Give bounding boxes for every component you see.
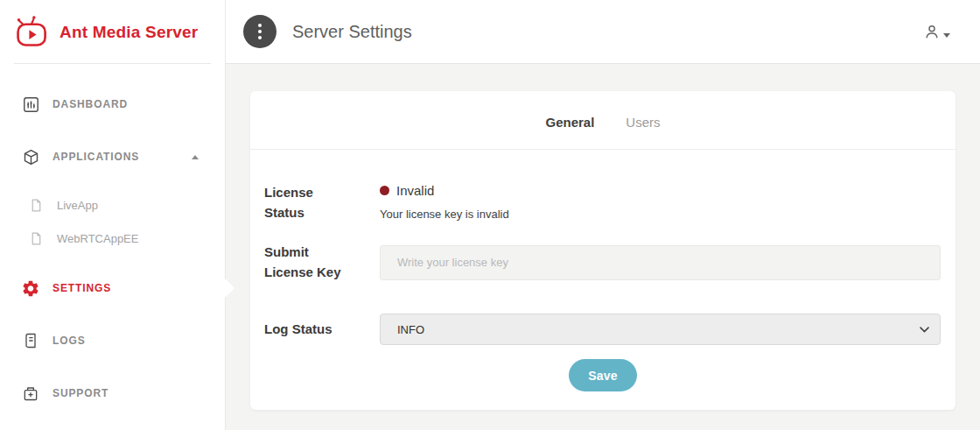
chevron-down-icon	[943, 33, 950, 38]
sidebar-item-label: LiveApp	[57, 199, 98, 212]
top-header: Server Settings	[226, 0, 980, 64]
gear-icon	[21, 278, 40, 299]
sidebar-nav: DASHBOARD APPLICATIONS Liv	[0, 64, 225, 412]
license-status-row: License Status Invalid Your license key …	[250, 183, 956, 222]
sidebar-item-logs[interactable]: LOGS	[0, 321, 225, 360]
settings-tabs: General Users	[250, 91, 956, 150]
user-menu-button[interactable]	[923, 23, 950, 40]
sidebar-item-webrtcappee[interactable]: WebRTCAppEE	[0, 222, 225, 255]
sidebar-item-support[interactable]: SUPPORT	[0, 374, 225, 412]
main-area: Server Settings General Users Lice	[226, 0, 980, 430]
file-icon	[26, 231, 46, 246]
person-icon	[923, 23, 941, 40]
save-button[interactable]: Save	[569, 359, 637, 391]
app-window: Ant Media Server DASHBOARD	[0, 0, 980, 430]
server-settings-card: General Users License Status Invalid You…	[250, 91, 956, 410]
logs-icon	[21, 332, 40, 349]
license-status-value: Invalid	[396, 183, 434, 198]
support-icon	[21, 384, 40, 402]
log-status-row: Log Status INFO	[250, 314, 956, 345]
log-status-label: Log Status	[264, 320, 347, 340]
tab-users[interactable]: Users	[626, 115, 660, 130]
chevron-up-icon	[192, 155, 199, 159]
sidebar-item-label: LOGS	[52, 335, 86, 347]
sidebar-item-applications[interactable]: APPLICATIONS	[0, 137, 225, 176]
license-status-value-block: Invalid Your license key is invalid	[380, 183, 941, 221]
license-key-input[interactable]	[380, 245, 941, 280]
brand-name: Ant Media Server	[60, 23, 198, 42]
sidebar-item-label: DASHBOARD	[52, 98, 128, 110]
sidebar-item-label: APPLICATIONS	[52, 151, 139, 163]
content-area: General Users License Status Invalid You…	[226, 64, 980, 430]
license-status-label: License Status	[264, 183, 347, 222]
ant-media-logo-icon	[14, 15, 51, 51]
log-status-select-wrap: INFO	[380, 314, 941, 345]
sidebar: Ant Media Server DASHBOARD	[0, 0, 226, 430]
applications-icon	[21, 148, 40, 166]
file-icon	[26, 198, 46, 213]
license-status-description: Your license key is invalid	[380, 208, 941, 221]
menu-button[interactable]	[243, 15, 276, 48]
dashboard-icon	[21, 95, 40, 114]
status-dot	[380, 186, 389, 195]
sidebar-item-dashboard[interactable]: DASHBOARD	[0, 85, 225, 123]
page-title: Server Settings	[292, 22, 412, 42]
license-key-row: Submit License Key	[250, 243, 956, 282]
log-status-select[interactable]: INFO	[380, 314, 941, 345]
sidebar-item-label: SETTINGS	[52, 282, 111, 294]
sidebar-item-liveapp[interactable]: LiveApp	[0, 188, 225, 222]
tab-general[interactable]: General	[545, 115, 594, 130]
brand-logo-row[interactable]: Ant Media Server	[0, 0, 225, 51]
sidebar-item-label: SUPPORT	[52, 387, 108, 399]
sidebar-item-settings[interactable]: SETTINGS	[0, 269, 225, 307]
kebab-icon	[258, 24, 262, 39]
sidebar-item-label: WebRTCAppEE	[57, 232, 138, 245]
license-key-label: Submit License Key	[264, 243, 347, 282]
